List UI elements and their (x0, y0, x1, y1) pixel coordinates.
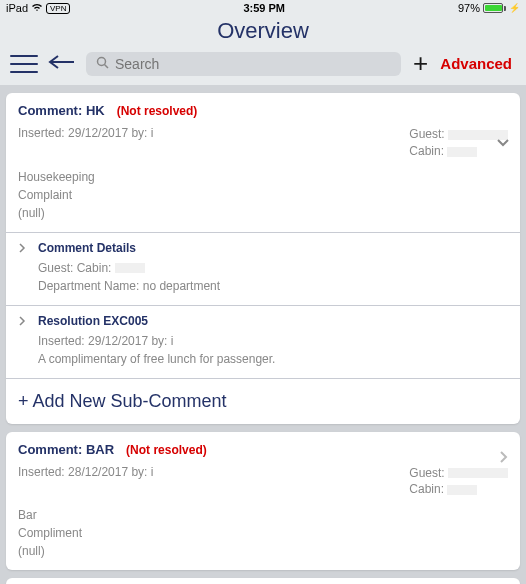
resolution-inserted: Inserted: 29/12/2017 by: i (38, 334, 508, 348)
guest-cabin: Guest: Cabin: (409, 465, 508, 499)
inserted-label: Inserted: 28/12/2017 by: i (18, 465, 153, 479)
comment-status: (Not resolved) (117, 104, 198, 118)
comment-card[interactable]: Comment: BAR (Not resolved) Inserted: 28… (6, 578, 520, 584)
inserted-label: Inserted: 29/12/2017 by: i (18, 126, 153, 140)
status-time: 3:59 PM (243, 2, 285, 14)
comment-details-section[interactable]: Comment Details Guest: Cabin: Department… (6, 232, 520, 305)
add-sub-comment-button[interactable]: + Add New Sub-Comment (6, 378, 520, 424)
chevron-right-icon (18, 243, 26, 255)
menu-icon[interactable] (10, 55, 38, 73)
comment-tags: Housekeeping Complaint (null) (18, 168, 508, 222)
comment-title: Comment: BAR (18, 442, 114, 457)
resolution-section[interactable]: Resolution EXC005 Inserted: 29/12/2017 b… (6, 305, 520, 378)
page-title: Overview (0, 18, 526, 44)
chevron-right-icon (499, 450, 508, 468)
details-guest: Guest: Cabin: (38, 261, 508, 275)
comment-card[interactable]: Comment: BAR (Not resolved) Inserted: 28… (6, 432, 520, 571)
resolution-text: A complimentary of free lunch for passen… (38, 352, 508, 366)
battery-icon (483, 3, 506, 13)
search-input[interactable] (115, 56, 391, 72)
status-bar: iPad VPN 3:59 PM 97% ⚡ (0, 0, 526, 16)
chevron-down-icon[interactable] (496, 133, 510, 151)
add-button[interactable]: + (409, 48, 432, 79)
device-label: iPad (6, 2, 28, 14)
advanced-button[interactable]: Advanced (440, 55, 516, 72)
back-icon[interactable] (46, 53, 78, 75)
svg-point-1 (98, 57, 106, 65)
vpn-badge: VPN (46, 3, 70, 14)
charging-icon: ⚡ (509, 3, 520, 13)
wifi-icon (31, 2, 43, 14)
content-list: Comment: HK (Not resolved) Inserted: 29/… (0, 85, 526, 584)
guest-cabin: Guest: Cabin: (409, 126, 508, 160)
resolution-title: Resolution EXC005 (38, 314, 508, 328)
comment-title: Comment: HK (18, 103, 105, 118)
details-title: Comment Details (38, 241, 508, 255)
comment-tags: Bar Compliment (null) (18, 506, 508, 560)
comment-card[interactable]: Comment: HK (Not resolved) Inserted: 29/… (6, 93, 520, 424)
search-box[interactable] (86, 52, 401, 76)
chevron-right-icon (18, 316, 26, 328)
search-icon (96, 56, 109, 72)
comment-status: (Not resolved) (126, 443, 207, 457)
battery-pct: 97% (458, 2, 480, 14)
details-dept: Department Name: no department (38, 279, 508, 293)
svg-line-2 (105, 64, 109, 68)
top-bar: Overview + Advanced (0, 16, 526, 85)
